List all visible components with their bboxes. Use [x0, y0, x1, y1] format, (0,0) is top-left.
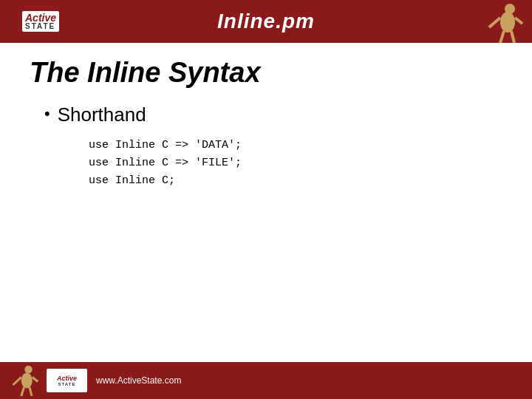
code-line-2: use Inline C => 'FILE'; — [89, 154, 502, 172]
logo-active-text: Active — [25, 13, 56, 23]
footer-logo-box: Active STATE — [47, 369, 87, 392]
code-line-1: use Inline C => 'DATA'; — [89, 137, 502, 154]
footer-url: www.ActiveState.com — [96, 375, 181, 386]
svg-point-7 — [21, 373, 33, 389]
main-content: The Inline Syntax • Shorthand use Inline… — [0, 43, 532, 197]
svg-line-10 — [21, 387, 24, 396]
svg-line-11 — [30, 387, 32, 396]
bullet-label: Shorthand — [58, 103, 146, 126]
bullet-dot: • — [44, 103, 50, 125]
code-block: use Inline C => 'DATA'; use Inline C => … — [89, 137, 502, 190]
svg-point-1 — [500, 12, 515, 33]
svg-line-3 — [515, 18, 522, 24]
svg-line-9 — [33, 378, 38, 382]
logo-box: Active STATE — [22, 11, 59, 32]
svg-line-8 — [13, 378, 21, 386]
footer-active-text: Active — [57, 375, 77, 382]
figure-top-right — [482, 1, 526, 43]
code-line-3: use Inline C; — [89, 172, 502, 190]
svg-point-6 — [24, 366, 33, 374]
footer: Active STATE www.ActiveState.com — [0, 362, 532, 399]
svg-line-4 — [500, 31, 504, 43]
footer-state-text: STATE — [58, 382, 76, 386]
footer-figure-icon — [7, 363, 41, 398]
svg-line-5 — [511, 31, 514, 43]
logo-top-left: Active STATE — [7, 4, 74, 38]
footer-logo-area: Active STATE www.ActiveState.com — [7, 363, 181, 398]
header-title: Inline.pm — [217, 10, 315, 33]
slide-title: The Inline Syntax — [30, 58, 502, 89]
bullet-section: • Shorthand use Inline C => 'DATA'; use … — [44, 103, 502, 190]
header-bar: Active STATE Inline.pm — [0, 0, 532, 43]
logo-state-text: STATE — [25, 23, 56, 30]
svg-line-2 — [489, 18, 500, 27]
bullet-item: • Shorthand — [44, 103, 502, 126]
